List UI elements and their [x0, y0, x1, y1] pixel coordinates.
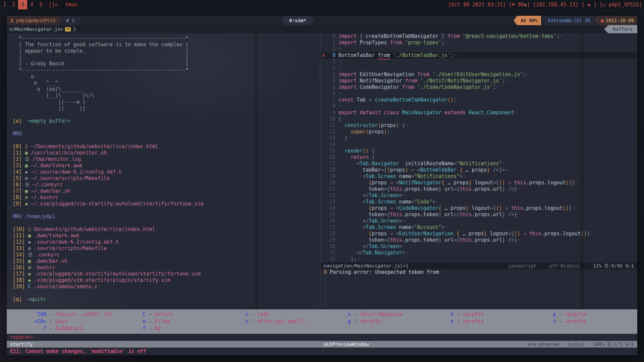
startify-entry[interactable]: [q] <quit>: [7, 296, 320, 303]
file-type-icon: ◆: [22, 201, 28, 207]
startify-pane[interactable]: *---------------------------------------…: [7, 33, 320, 309]
startify-file-entry[interactable]: [16] ⚙ .bashrc: [7, 264, 320, 271]
startify-file-entry[interactable]: [19] C .source/xmenu/xmenu.c: [7, 284, 320, 290]
powerline-separator: [281, 16, 285, 25]
calendar-icon: ▦: [601, 16, 603, 25]
sign-column: [320, 110, 326, 116]
line-number: 15: [326, 148, 335, 154]
line-number: 14: [326, 141, 335, 148]
line-number: 1: [326, 46, 335, 52]
ale-tildes: ~~~~~: [324, 276, 637, 307]
sign-column: [320, 186, 326, 192]
empty-line-tilde: ~: [324, 295, 637, 301]
startify-file-entry[interactable]: [17] ◆ .vim/plugged/vim-startify/autoloa…: [7, 271, 320, 277]
statusline-ale-name: ALEPreviewWindow: [324, 341, 369, 348]
startify-file-entry[interactable]: [8] ⚙ ~/.bashrc: [7, 194, 320, 201]
code-line: 27 <Tab.Screen name="Account">¬: [320, 224, 637, 231]
dwm-tag-1[interactable]: 1: [0, 0, 9, 9]
tmux-window-index[interactable]: # 1: [63, 16, 78, 25]
tmux-current-window[interactable]: 0:vim*: [285, 16, 310, 25]
startify-file-entry[interactable]: [14] ☰ .conkyrc: [7, 252, 320, 258]
sign-column: [320, 161, 326, 167]
sign-column: [320, 135, 326, 141]
ale-error-line: 0 Parsing error: Unexpected token from¬: [324, 269, 637, 276]
startify-quote-line: o: [7, 73, 320, 80]
statusline-startify: startify: [7, 341, 320, 348]
startify-file-entry[interactable]: [4] ◆ ~/.source/dwm-6.2/config.def.h: [7, 169, 320, 175]
startify-file-entry[interactable]: [2] ☰ /tmp/monitor.log: [7, 156, 320, 163]
date-segment: ▦ 2021-10-09: [597, 16, 637, 25]
startify-quote-line: | - Grady Booch |: [7, 61, 320, 67]
line-number: 23: [326, 199, 335, 205]
code-line: 30 </Tab.Screen>¬: [320, 243, 637, 250]
startify-file-entry[interactable]: [5] ⚙ ~/.source/scripts/Makefile: [7, 175, 320, 182]
startify-file-entry[interactable]: [13] ⚙ .source/scripts/Makefile: [7, 245, 320, 252]
sign-column: [320, 84, 326, 90]
code-line: 17 <Tab.Navigator initialRouteName="Noti…: [320, 161, 637, 167]
whichkey-binding: f → Rg: [129, 325, 232, 332]
line-number: 11: [326, 122, 335, 129]
startify-file-entry[interactable]: [11] ▣ .dwm/tshark.awk: [7, 233, 320, 239]
line-number: 8: [326, 103, 335, 110]
startify-file-entry[interactable]: [3] ▣ ~/.dwm/tshark.awk: [7, 163, 320, 169]
powerline-separator: [594, 16, 597, 25]
code-line: 2import PropTypes from 'prop-types';¬: [320, 40, 637, 46]
dwm-tag-5[interactable]: 5: [36, 0, 45, 9]
powerline-separator: [310, 16, 314, 25]
code-line-current: ✗0BottomTabBar from './BottomTabBar.js';…: [320, 52, 637, 59]
line-number: 12: [326, 129, 335, 135]
startify-file-entry[interactable]: [9] ◆ ~/.vim/plugged/vim-startify/autolo…: [7, 201, 320, 207]
vim-main-area: *---------------------------------------…: [7, 33, 637, 309]
terminal-window[interactable]: p4p1@p4p1XPS15 # 1 0:vim* AC 80% kthread…: [7, 16, 637, 355]
buffers-indicator[interactable]: buffers: [604, 25, 637, 33]
startify-file-entry[interactable]: [1] ▣ /usr/local/bin/monitor.sh: [7, 150, 320, 156]
line-number: 32: [326, 256, 335, 262]
startify-file-entry[interactable]: [10] ◊ Documents/github/website/rice/ind…: [7, 226, 320, 233]
blank-line: [7, 290, 320, 296]
file-type-icon: ◆: [25, 271, 31, 277]
dwm-tag-3[interactable]: 3: [18, 0, 27, 9]
code-line: 1¬: [320, 59, 637, 65]
ale-error-message: Parsing error: Unexpected token from: [330, 269, 439, 275]
dwm-layout-symbol[interactable]: []=: [45, 0, 61, 9]
javascript-file-icon: JS: [65, 27, 71, 32]
dwm-tag-2[interactable]: 2: [9, 0, 18, 9]
user-icon: [10, 18, 14, 22]
tab-current-buffer[interactable]: n/MainNavigator.js+ JS: [7, 25, 73, 33]
tab-separator-arrow-icon: [73, 25, 76, 33]
startify-file-entry[interactable]: [6] ☰ ~/.conkyrc: [7, 182, 320, 188]
line-number: 2: [326, 65, 335, 71]
empty-line-tilde: ~: [324, 282, 637, 288]
line-number: 16: [326, 154, 335, 161]
startify-entry[interactable]: [e] <empty buffer>: [7, 118, 320, 124]
line-number: 13: [326, 135, 335, 141]
startify-file-entry[interactable]: [0] ◊ ~/Documents/github/website/rice/in…: [7, 143, 320, 150]
ale-preview-window[interactable]: 0 Parsing error: Unexpected token from¬ …: [320, 269, 637, 309]
startify-file-entry[interactable]: [15] ▣ .dwm/bar.sh: [7, 258, 320, 264]
startify-file-entry[interactable]: [18] ◆ .vim/plugged/vim-startify/plugin/…: [7, 277, 320, 284]
statusline-ale-preview: ALEPreviewWindow ale-preview [unix] 100%…: [320, 341, 637, 348]
whichkey-binding: h → +prefix: [437, 311, 540, 318]
code-buffer: 3import { createBottomTabNavigator } fro…: [320, 33, 637, 262]
file-type-icon: ⚙: [22, 175, 28, 181]
whichkey-binding: ? → ALEDetail: [11, 325, 129, 332]
code-line: 13 }¬: [320, 135, 637, 141]
statusline-code-window: navigation/MainNavigator.js[+] javascrip…: [320, 262, 637, 269]
tmux-session-segment[interactable]: p4p1@p4p1XPS15: [7, 16, 59, 25]
file-type-icon: ⚙: [22, 194, 28, 200]
statusline-filetype: javascript: [508, 262, 536, 269]
line-number: 24: [326, 205, 335, 212]
startify-file-entry[interactable]: [12] ◆ .source/dwm-6.2/config.def.h: [7, 239, 320, 245]
sign-column: [320, 250, 326, 256]
vim-message-line: E21: Cannot make changes, 'modifiable' i…: [7, 348, 637, 355]
code-pane[interactable]: 3import { createBottomTabNavigator } fro…: [320, 33, 637, 309]
empty-line-tilde: ~: [7, 303, 320, 309]
file-type-icon: ◊: [22, 143, 28, 149]
file-type-icon: ◆: [22, 169, 28, 175]
dwm-tag-4[interactable]: 4: [27, 0, 36, 9]
code-line: 3import { createBottomTabNavigator } fro…: [320, 33, 637, 40]
startify-file-entry[interactable]: [7] ▣ ~/.dwm/bar.sh: [7, 188, 320, 194]
code-line: 7const Tab = createBottomTabNavigator();…: [320, 97, 637, 103]
statusline-encoding: utf-8[unix]: [549, 262, 580, 269]
sign-column: [320, 148, 326, 154]
